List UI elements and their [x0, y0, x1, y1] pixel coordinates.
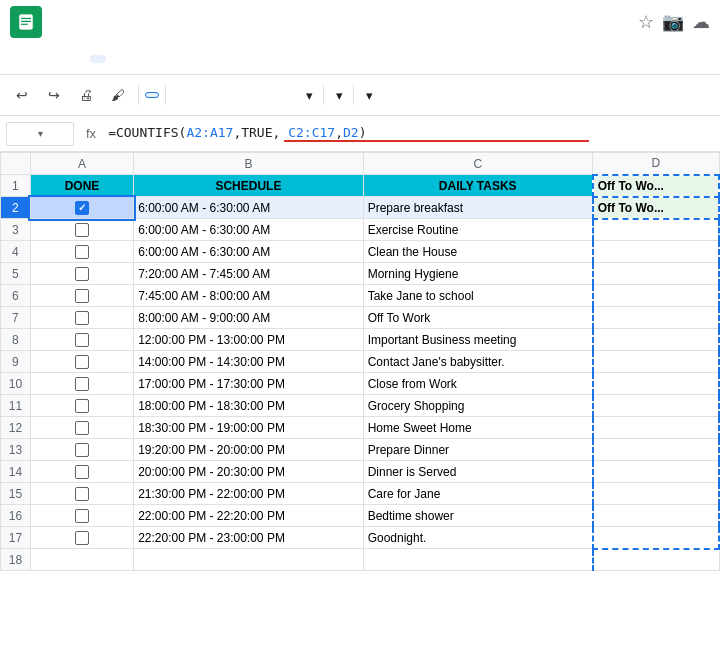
menu-help[interactable] — [170, 55, 186, 63]
menu-extensions[interactable] — [150, 55, 166, 63]
col-d-cell — [593, 241, 719, 263]
menu-file[interactable] — [10, 55, 26, 63]
redo-button[interactable]: ↪ — [40, 81, 68, 109]
fx-label: fx — [80, 126, 102, 141]
menu-format[interactable] — [90, 55, 106, 63]
empty-cell — [363, 549, 593, 571]
schedule-cell: 6:00:00 AM - 6:30:00 AM — [134, 219, 364, 241]
col-header-b[interactable]: B — [134, 153, 364, 175]
checkbox-cell[interactable] — [30, 483, 133, 505]
checkbox-cell[interactable] — [30, 285, 133, 307]
task-cell: Morning Hygiene — [363, 263, 593, 285]
checkbox-unchecked[interactable] — [75, 377, 89, 391]
undo-button[interactable]: ↩ — [8, 81, 36, 109]
formula-bar-area: ▾ fx =COUNTIFS(A2:A17,TRUE, C2:C17,D2) — [0, 116, 720, 152]
table-row: 78:00:00 AM - 9:00:00 AMOff To Work — [1, 307, 720, 329]
checkbox-cell[interactable] — [30, 395, 133, 417]
corner-header — [1, 153, 31, 175]
toolbar-separator-2 — [165, 85, 166, 105]
camera-icon[interactable]: 📷 — [662, 11, 684, 33]
cloud-icon[interactable]: ☁ — [692, 11, 710, 33]
schedule-cell: 6:00:00 AM - 6:30:00 AM — [134, 241, 364, 263]
formula-text[interactable]: =COUNTIFS(A2:A17,TRUE, C2:C17,D2) — [108, 125, 714, 140]
toolbar-separator-4 — [353, 85, 354, 105]
task-cell: Bedtime shower — [363, 505, 593, 527]
schedule-cell: 18:00:00 PM - 18:30:00 PM — [134, 395, 364, 417]
checkbox-checked[interactable] — [75, 201, 89, 215]
format-cell-box[interactable] — [145, 92, 159, 98]
row-number: 2 — [1, 197, 31, 219]
table-row: 1521:30:00 PM - 22:00:00 PMCare for Jane — [1, 483, 720, 505]
row-number: 18 — [1, 549, 31, 571]
menu-insert[interactable] — [70, 55, 86, 63]
checkbox-unchecked[interactable] — [75, 421, 89, 435]
row-number: 8 — [1, 329, 31, 351]
checkbox-cell[interactable] — [30, 439, 133, 461]
decrease-decimal-button[interactable] — [236, 81, 264, 109]
menu-tools[interactable] — [130, 55, 146, 63]
font-name-button[interactable]: ▾ — [330, 86, 347, 105]
table-row: 1218:30:00 PM - 19:00:00 PMHome Sweet Ho… — [1, 417, 720, 439]
checkbox-unchecked[interactable] — [75, 443, 89, 457]
task-cell: Goodnight. — [363, 527, 593, 549]
checkbox-unchecked[interactable] — [75, 223, 89, 237]
schedule-cell: 14:00:00 PM - 14:30:00 PM — [134, 351, 364, 373]
row-number: 16 — [1, 505, 31, 527]
header-done: DONE — [30, 175, 133, 197]
percent-button[interactable] — [204, 81, 232, 109]
increase-decimal-button[interactable] — [268, 81, 296, 109]
checkbox-cell[interactable] — [30, 527, 133, 549]
task-cell: Clean the House — [363, 241, 593, 263]
checkbox-cell[interactable] — [30, 263, 133, 285]
checkbox-cell[interactable] — [30, 505, 133, 527]
row-number: 7 — [1, 307, 31, 329]
currency-button[interactable] — [172, 81, 200, 109]
table-row: 1420:00:00 PM - 20:30:00 PMDinner is Ser… — [1, 461, 720, 483]
checkbox-cell[interactable] — [30, 461, 133, 483]
checkbox-unchecked[interactable] — [75, 245, 89, 259]
col-header-c[interactable]: C — [363, 153, 593, 175]
cell-name-box[interactable]: ▾ — [6, 122, 74, 146]
checkbox-unchecked[interactable] — [75, 333, 89, 347]
checkbox-unchecked[interactable] — [75, 267, 89, 281]
font-size-chevron: ▾ — [366, 88, 373, 103]
col-d-cell — [593, 439, 719, 461]
schedule-cell: 8:00:00 AM - 9:00:00 AM — [134, 307, 364, 329]
checkbox-unchecked[interactable] — [75, 487, 89, 501]
checkbox-cell[interactable] — [30, 373, 133, 395]
checkbox-cell[interactable] — [30, 329, 133, 351]
checkbox-cell[interactable] — [30, 417, 133, 439]
menu-edit[interactable] — [30, 55, 46, 63]
checkbox-unchecked[interactable] — [75, 289, 89, 303]
checkbox-cell[interactable] — [30, 351, 133, 373]
checkbox-unchecked[interactable] — [75, 531, 89, 545]
menu-view[interactable] — [50, 55, 66, 63]
row-number: 6 — [1, 285, 31, 307]
checkbox-cell[interactable] — [30, 219, 133, 241]
font-size-button[interactable]: ▾ — [360, 86, 377, 105]
col-header-a[interactable]: A — [30, 153, 133, 175]
row-number: 17 — [1, 527, 31, 549]
checkbox-unchecked[interactable] — [75, 399, 89, 413]
toolbar: ↩ ↪ 🖨 🖌 ▾ ▾ ▾ — [0, 74, 720, 116]
table-row: 1118:00:00 PM - 18:30:00 PMGrocery Shopp… — [1, 395, 720, 417]
schedule-cell: 20:00:00 PM - 20:30:00 PM — [134, 461, 364, 483]
star-icon[interactable]: ☆ — [638, 11, 654, 33]
checkbox-unchecked[interactable] — [75, 355, 89, 369]
table-row: 1722:20:00 PM - 23:00:00 PMGoodnight. — [1, 527, 720, 549]
menu-bar — [0, 44, 720, 74]
col-header-d[interactable]: D — [593, 153, 719, 175]
svg-rect-3 — [21, 24, 28, 25]
checkbox-unchecked[interactable] — [75, 465, 89, 479]
print-button[interactable]: 🖨 — [72, 81, 100, 109]
toolbar-separator-1 — [138, 85, 139, 105]
checkbox-cell[interactable] — [30, 197, 133, 219]
more-formats-button[interactable]: ▾ — [300, 86, 317, 105]
table-row: 1622:00:00 PM - 22:20:00 PMBedtime showe… — [1, 505, 720, 527]
paint-format-button[interactable]: 🖌 — [104, 81, 132, 109]
checkbox-cell[interactable] — [30, 241, 133, 263]
checkbox-unchecked[interactable] — [75, 311, 89, 325]
checkbox-unchecked[interactable] — [75, 509, 89, 523]
checkbox-cell[interactable] — [30, 307, 133, 329]
menu-data[interactable] — [110, 55, 126, 63]
